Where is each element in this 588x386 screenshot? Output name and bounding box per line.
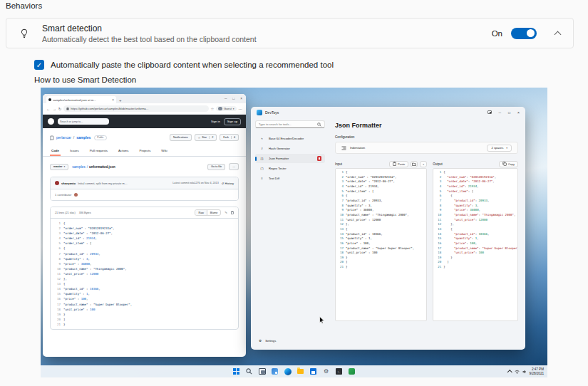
chevron-up-icon[interactable]	[555, 31, 562, 38]
edge-window: samples/unformatted.json at m... × + ─ □…	[43, 94, 246, 357]
network-icon[interactable]	[515, 370, 520, 374]
sidebar-item-label: Text Diff	[269, 177, 279, 180]
smart-detection-toggle[interactable]	[511, 28, 537, 39]
tools-search-input[interactable]: Type to search for tools...	[255, 120, 325, 128]
close-icon[interactable]: ×	[517, 110, 520, 115]
github-code-view[interactable]: 1 2 3 4 5 6 7 8 9 10 11 12 13 14 15 16 1…	[51, 219, 238, 329]
refresh-icon[interactable]: ↻	[58, 107, 62, 111]
contributors-label[interactable]: 1 contributor	[55, 193, 71, 197]
profile-button[interactable]: Guest ▾	[216, 106, 236, 112]
favorite-star-icon[interactable]: ☆	[211, 107, 215, 111]
lightbulb-icon	[19, 28, 29, 38]
smart-detection-card[interactable]: Smart detection Automatically detect the…	[6, 18, 574, 48]
sidebar-item-base64[interactable]: ≈ Base 64 Encoder/Decoder	[255, 134, 325, 143]
tab-code[interactable]: Code	[50, 147, 61, 156]
widgets-button[interactable]	[271, 367, 279, 376]
maximize-icon[interactable]: □	[508, 110, 510, 115]
windows-logo-icon	[233, 368, 239, 375]
github-search-input[interactable]: Search or jump to...	[58, 118, 109, 125]
autopaste-checkbox[interactable]: ✓	[34, 60, 44, 70]
commit-message[interactable]: Initial commit, split from my private m…	[78, 182, 128, 185]
back-icon[interactable]: ←	[46, 107, 50, 111]
commit-author-link[interactable]: sharyanto	[61, 182, 76, 185]
delete-file-icon[interactable]	[231, 211, 234, 214]
lock-icon	[66, 107, 69, 110]
pinned-app-button[interactable]	[348, 367, 356, 376]
compact-overlay-icon[interactable]	[488, 110, 492, 114]
indentation-select[interactable]: 2 spaces ▾	[487, 145, 512, 152]
address-bar[interactable]: https://github.com/perlancar/samples/blo…	[63, 105, 208, 112]
file-options-button[interactable]: ⋯	[229, 163, 239, 170]
chevron-down-icon: ▾	[63, 165, 65, 168]
settings-button[interactable]: ⚙	[322, 367, 331, 376]
input-editor[interactable]: 1 2 3 4 5 6 7 8 9 10 11 12 13 14 15 16 1…	[335, 168, 427, 321]
volume-icon[interactable]	[522, 370, 527, 374]
output-editor[interactable]: 1 2 3 4 5 6 7 8 9 10 11 12 13 14 15 16 1…	[433, 168, 518, 321]
browser-menu-icon[interactable]: ⋯	[239, 107, 242, 111]
indentation-icon	[341, 146, 346, 150]
tab-wiki[interactable]: Wiki	[160, 147, 168, 156]
browser-tab[interactable]: samples/unformatted.json at m... ×	[46, 96, 116, 103]
raw-blame-toggle: Raw Blame	[195, 209, 221, 216]
copy-button[interactable]: Copy	[499, 161, 518, 167]
repo-name-link[interactable]: samples	[76, 135, 91, 140]
sign-up-button[interactable]: Sign up	[224, 118, 241, 125]
tab-actions[interactable]: Actions	[117, 147, 130, 156]
output-panel: Output Copy 1 2 3 4 5 6 7 8 9 10 11 12 1…	[433, 160, 518, 321]
input-panel: Input Paste × 1 2 3 4	[335, 160, 427, 321]
open-file-button[interactable]	[411, 161, 418, 167]
repo-owner-link[interactable]: perlancar	[56, 135, 71, 140]
tray-chevron-icon[interactable]	[507, 370, 512, 374]
file-explorer-button[interactable]	[296, 367, 305, 376]
output-code: 1 2 3 4 5 6 7 8 9 10 11 12 13 14 15 16 1…	[433, 169, 517, 271]
branch-selector[interactable]: master▾	[50, 164, 68, 170]
taskbar: ⚙ >_ 2:47 PM 9/28/2021	[41, 365, 547, 377]
new-tab-icon[interactable]: +	[119, 98, 122, 103]
url-text: https://github.com/perlancar/samples/blo…	[71, 107, 148, 110]
taskbar-search-button[interactable]	[245, 367, 254, 376]
sidebar-item-text-diff[interactable]: ≡ Text Diff	[255, 174, 325, 183]
paste-button[interactable]: Paste	[389, 161, 408, 167]
minimize-icon[interactable]: ─	[499, 110, 502, 115]
sidebar-item-settings[interactable]: ⚙ Settings	[255, 336, 279, 345]
forward-icon[interactable]: →	[52, 107, 56, 111]
taskbar-clock[interactable]: 2:47 PM 9/28/2021	[530, 367, 544, 375]
close-icon[interactable]: ×	[240, 97, 242, 100]
smart-detection-text: Smart detection Automatically detect the…	[42, 24, 257, 43]
tab-projects[interactable]: Projects	[138, 147, 152, 156]
commit-box: sharyanto Initial commit, split from my …	[50, 177, 239, 201]
raw-button[interactable]: Raw	[195, 210, 207, 215]
history-button[interactable]: ↺History	[222, 182, 234, 185]
breadcrumb-file: unformatted.json	[89, 165, 115, 169]
edge-taskbar-button[interactable]	[284, 367, 292, 376]
start-button[interactable]	[232, 367, 241, 376]
store-button[interactable]	[309, 367, 318, 376]
tab-pull-requests[interactable]: Pull requests	[88, 147, 109, 156]
go-to-file-button[interactable]: Go to file	[207, 164, 225, 170]
minimize-icon[interactable]: ─	[225, 97, 227, 100]
contributor-avatar[interactable]	[74, 193, 78, 197]
task-view-button[interactable]	[258, 367, 267, 376]
breadcrumb-repo-link[interactable]: samples	[72, 165, 86, 169]
sidebar-item-regex-tester[interactable]: (.*) Regex Tester	[255, 164, 325, 173]
tab-close-icon[interactable]: ×	[112, 98, 114, 102]
terminal-button[interactable]: >_	[335, 367, 344, 376]
star-count: 2	[209, 136, 213, 139]
edit-file-icon[interactable]: ✎	[225, 211, 227, 214]
diff-icon: ≡	[259, 177, 265, 180]
sidebar-item-json-formatter[interactable]: { } Json Formatter	[255, 154, 325, 163]
blame-button[interactable]: Blame	[207, 210, 220, 215]
clipboard-icon	[393, 162, 396, 166]
avatar[interactable]	[55, 181, 59, 185]
sign-in-link[interactable]: Sign in	[211, 120, 220, 123]
maximize-icon[interactable]: □	[232, 97, 234, 100]
fork-button[interactable]: Fork4	[220, 134, 239, 141]
fork-count: 4	[231, 136, 235, 139]
notifications-button[interactable]: Notifications	[170, 134, 192, 141]
path-separator: /	[73, 135, 74, 140]
tab-issues[interactable]: Issues	[68, 147, 81, 156]
github-logo-icon[interactable]	[48, 118, 54, 125]
clear-button[interactable]: ×	[420, 161, 427, 167]
star-button[interactable]: ☆Star2	[195, 134, 217, 141]
sidebar-item-hash-generator[interactable]: # Hash Generator	[255, 144, 325, 153]
